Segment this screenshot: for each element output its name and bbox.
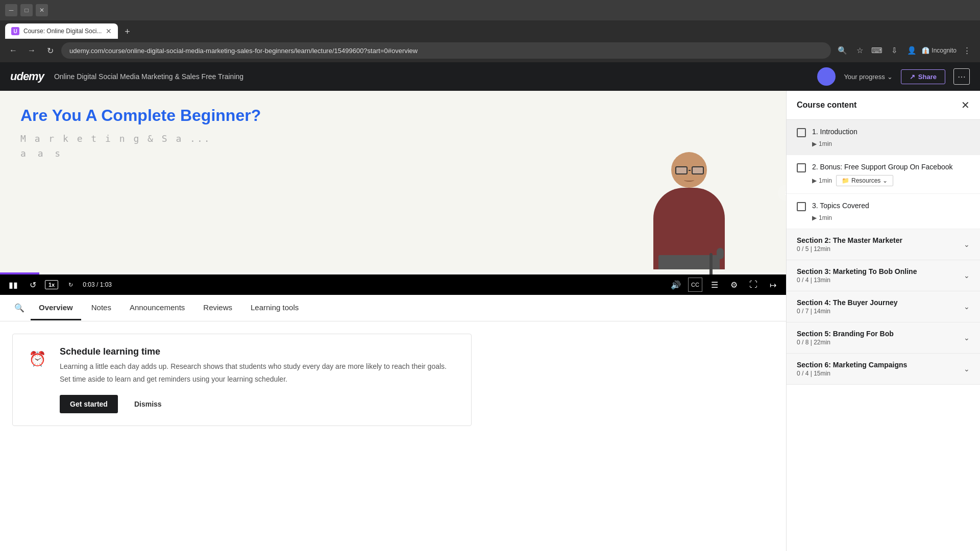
- menu-icon[interactable]: ⋮: [960, 43, 974, 58]
- tab-notes-label: Notes: [91, 303, 111, 312]
- card-description-2: Set time aside to learn and get reminder…: [60, 374, 459, 385]
- main-content: Are You A Complete Beginner? M a r k e t…: [0, 91, 786, 551]
- sidebar-close-button[interactable]: ✕: [961, 99, 970, 111]
- lens-icon[interactable]: 🔍: [835, 43, 849, 58]
- tab-announcements[interactable]: Announcements: [121, 296, 193, 320]
- share-label: Share: [918, 73, 937, 81]
- tab-announcements-label: Announcements: [130, 303, 185, 312]
- tab-learning-tools-label: Learning tools: [251, 303, 299, 312]
- more-options-button[interactable]: ⋯: [953, 68, 970, 85]
- url-input[interactable]: [61, 42, 831, 59]
- captions-button[interactable]: CC: [688, 278, 702, 292]
- chevron-down-icon-3: ⌄: [964, 271, 970, 280]
- card-title: Schedule learning time: [60, 346, 459, 357]
- current-time: 0:03: [83, 281, 94, 288]
- section-meta-2: 0 / 5 | 12min: [797, 245, 902, 253]
- user-avatar: [817, 67, 836, 86]
- speed-button[interactable]: 1x: [45, 280, 58, 289]
- course-sidebar: Course content ✕ 1. Introduction ▶ 1min: [786, 91, 980, 551]
- section-info-5: Section 5: Branding For Bob 0 / 8 | 22mi…: [797, 330, 894, 346]
- tab-title: Course: Online Digital Soci...: [23, 28, 102, 35]
- rewind-button[interactable]: ↺: [26, 278, 40, 292]
- lecture-info-3: 3. Topics Covered ▶ 1min: [812, 201, 970, 221]
- bookmark-icon[interactable]: ☆: [852, 43, 867, 58]
- tab-favicon: U: [11, 27, 19, 35]
- section-header-5[interactable]: Section 5: Branding For Bob 0 / 8 | 22mi…: [787, 322, 980, 354]
- time-display: 0:03 / 1:03: [83, 281, 112, 288]
- share-button[interactable]: ↗ Share: [901, 69, 945, 84]
- video-player[interactable]: Are You A Complete Beginner? M a r k e t…: [0, 91, 786, 295]
- video-progress-bar[interactable]: [0, 272, 786, 274]
- lecture-item[interactable]: 3. Topics Covered ▶ 1min: [787, 194, 980, 229]
- lecture-item[interactable]: 1. Introduction ▶ 1min: [787, 120, 980, 155]
- section-meta-3: 0 / 4 | 13min: [797, 277, 917, 284]
- lecture-item[interactable]: 2. Bonus: Free Support Group On Facebook…: [787, 155, 980, 194]
- udemy-app: udemy Online Digital Social Media Market…: [0, 62, 980, 551]
- lecture-checkbox-1[interactable]: [797, 128, 806, 137]
- search-button[interactable]: 🔍: [10, 299, 29, 317]
- dismiss-button[interactable]: Dismiss: [124, 395, 172, 413]
- card-content: Schedule learning time Learning a little…: [60, 346, 459, 413]
- tab-close-button[interactable]: ✕: [106, 27, 112, 35]
- slide-title: Are You A Complete Beginner?: [20, 106, 261, 125]
- tab-notes[interactable]: Notes: [83, 296, 119, 320]
- tab-reviews[interactable]: Reviews: [195, 296, 240, 320]
- slide-subtitle: M a r k e t i n g & S a ...: [20, 133, 211, 144]
- minimize-button[interactable]: ─: [5, 4, 17, 16]
- card-actions: Get started Dismiss: [60, 395, 459, 413]
- active-tab[interactable]: U Course: Online Digital Soci... ✕: [5, 23, 118, 39]
- lecture-info-2: 2. Bonus: Free Support Group On Facebook…: [812, 162, 970, 187]
- section-info-3: Section 3: Marketing To Bob Online 0 / 4…: [797, 267, 917, 284]
- download-icon[interactable]: ⇩: [887, 43, 901, 58]
- forward-button[interactable]: →: [24, 43, 39, 58]
- settings-button[interactable]: ⚙: [727, 278, 741, 292]
- incognito-indicator[interactable]: 👔 Incognito: [922, 47, 957, 54]
- section-header-4[interactable]: Section 4: The Buyer Journey 0 / 7 | 14m…: [787, 291, 980, 322]
- theater-button[interactable]: ↦: [766, 278, 780, 292]
- volume-button[interactable]: 🔊: [669, 278, 683, 292]
- play-icon-3: ▶: [812, 214, 817, 221]
- section-info-4: Section 4: The Buyer Journey 0 / 7 | 14m…: [797, 298, 898, 315]
- play-icon-2: ▶: [812, 177, 817, 184]
- section-header-2[interactable]: Section 2: The Master Marketer 0 / 5 | 1…: [787, 229, 980, 260]
- presenter-figure: [633, 132, 745, 274]
- window-controls[interactable]: ─ □ ✕: [5, 4, 48, 16]
- new-tab-button[interactable]: +: [120, 24, 134, 39]
- section-header-6[interactable]: Section 6: Marketing Campaigns 0 / 4 | 1…: [787, 354, 980, 385]
- lecture-meta-3: ▶ 1min: [812, 214, 970, 221]
- lecture-checkbox-2[interactable]: [797, 163, 806, 172]
- extensions-icon[interactable]: ⌨: [870, 43, 884, 58]
- forward-button[interactable]: ↻: [63, 278, 78, 292]
- tab-content-overview: ⏰ Schedule learning time Learning a litt…: [0, 321, 786, 551]
- share-icon: ↗: [910, 73, 915, 81]
- close-button[interactable]: ✕: [36, 4, 48, 16]
- app-header: udemy Online Digital Social Media Market…: [0, 62, 980, 91]
- lecture-meta-1: ▶ 1min: [812, 140, 970, 147]
- progress-button[interactable]: Your progress ⌄: [844, 73, 892, 81]
- course-title: Online Digital Social Media Marketing & …: [54, 72, 807, 81]
- section-meta-5: 0 / 8 | 22min: [797, 339, 894, 346]
- tab-overview-label: Overview: [39, 303, 73, 312]
- profile-icon[interactable]: 👤: [904, 43, 919, 58]
- lecture-checkbox-3[interactable]: [797, 202, 806, 211]
- section-header-3[interactable]: Section 3: Marketing To Bob Online 0 / 4…: [787, 260, 980, 291]
- clock-icon: ⏰: [25, 346, 50, 371]
- get-started-button[interactable]: Get started: [60, 395, 118, 413]
- back-button[interactable]: ←: [6, 43, 20, 58]
- video-controls: ▮▮ ↺ 1x ↻ 0:03 / 1:03 🔊 CC ☰ ⚙ ⛶ ↦: [0, 274, 786, 295]
- section-name-3: Section 3: Marketing To Bob Online: [797, 267, 917, 276]
- play-pause-button[interactable]: ▮▮: [6, 278, 20, 292]
- reload-button[interactable]: ↻: [43, 43, 57, 58]
- sidebar-header: Course content ✕: [787, 91, 980, 120]
- tab-learning-tools[interactable]: Learning tools: [242, 296, 307, 320]
- tab-overview[interactable]: Overview: [31, 296, 81, 320]
- chapters-button[interactable]: ☰: [707, 278, 722, 292]
- maximize-button[interactable]: □: [20, 4, 33, 16]
- section-meta-4: 0 / 7 | 14min: [797, 308, 898, 315]
- progress-label: Your progress: [844, 73, 885, 81]
- incognito-icon: 👔: [922, 47, 929, 54]
- fullscreen-button[interactable]: ⛶: [746, 278, 761, 292]
- resources-button[interactable]: 📁 Resources ⌄: [836, 175, 893, 186]
- header-actions: Your progress ⌄ ↗ Share ⋯: [817, 67, 970, 86]
- slide-subtitle2: a a s: [20, 148, 63, 159]
